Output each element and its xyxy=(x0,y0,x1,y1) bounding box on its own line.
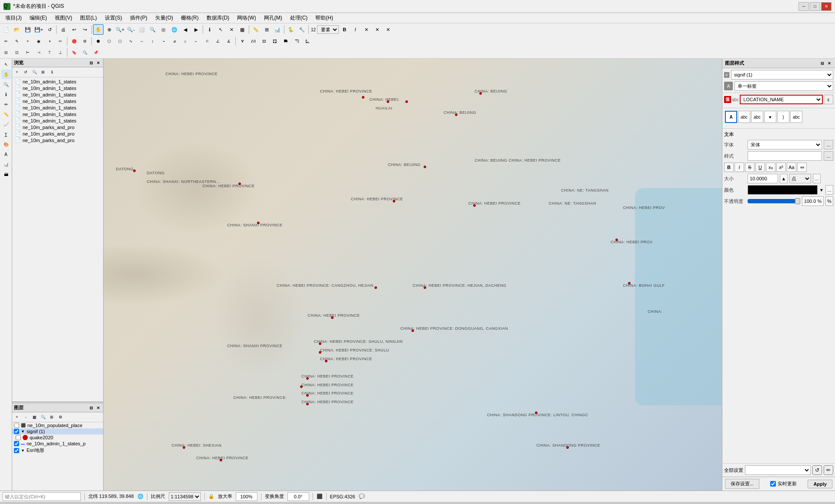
size-up-btn[interactable]: ▲ xyxy=(780,174,788,183)
digitize-btn-5[interactable]: ↔ xyxy=(137,36,147,46)
tab-background[interactable]: ♥ xyxy=(764,111,776,123)
size-unit-btn[interactable]: ... xyxy=(813,174,821,183)
label-tool[interactable]: A xyxy=(1,149,11,159)
python-button[interactable]: 🐍 xyxy=(286,24,296,35)
digitize-btn-2[interactable]: ⬠ xyxy=(104,36,114,46)
edit-btn-3[interactable]: + xyxy=(23,36,33,46)
font-x1[interactable]: ✕ xyxy=(361,24,371,35)
browser-item[interactable]: 📄 ne_10m_admin_1_states xyxy=(13,98,102,104)
adv-btn-1[interactable]: ⛛ xyxy=(237,36,247,46)
font-style-picker[interactable]: ... xyxy=(824,151,833,161)
adv-btn-7[interactable]: ⛡ xyxy=(302,36,313,46)
layers-group-btn[interactable]: ⊞ xyxy=(48,413,56,421)
edit-btn-2[interactable]: ✎ xyxy=(12,36,22,46)
layer-item-quake[interactable]: quake2020 xyxy=(12,434,103,441)
adv-btn-6[interactable]: ⛠ xyxy=(291,36,302,46)
print-button[interactable]: 🖨 xyxy=(58,24,68,35)
menu-item[interactable]: 栅格(R) xyxy=(177,13,202,23)
digitize-btn-8[interactable]: ⌀ xyxy=(169,36,180,46)
layers-add-btn[interactable]: + xyxy=(13,413,21,421)
extra-btn-4[interactable]: ⊣ xyxy=(33,47,44,58)
digitize-btn-11[interactable]: ⌑ xyxy=(202,36,212,46)
digitize-btn-4[interactable]: ∿ xyxy=(126,36,136,46)
deselect-button[interactable]: ✕ xyxy=(226,24,237,35)
active-layer-combo[interactable]: signif (1) xyxy=(731,70,833,80)
info-tool[interactable]: ℹ xyxy=(1,90,11,99)
browser-close-btn[interactable]: ✕ xyxy=(95,60,101,66)
browser-item[interactable]: 📄 ne_10m_admin_1_states xyxy=(13,117,102,124)
snap-btn[interactable]: 🔴 xyxy=(69,36,79,46)
tab-text[interactable]: A xyxy=(725,111,737,123)
full-settings-edit-btn[interactable]: ✏ xyxy=(824,465,833,475)
font-x3[interactable]: ✕ xyxy=(383,24,393,35)
select-button[interactable]: ↖ xyxy=(215,24,226,35)
layers-settings-btn[interactable]: ⚙ xyxy=(57,413,64,421)
full-settings-refresh-btn[interactable]: ↺ xyxy=(812,465,822,475)
realtime-checkbox[interactable] xyxy=(770,481,776,487)
apply-button[interactable]: Apply xyxy=(808,480,832,488)
style-panel-close[interactable]: ✕ xyxy=(826,60,832,66)
save-as-button[interactable]: 💾+ xyxy=(33,24,44,35)
menu-item[interactable]: 网络(W) xyxy=(234,13,259,23)
menu-item[interactable]: 处理(C) xyxy=(287,13,311,23)
zoom-in-button[interactable]: 🔍+ xyxy=(115,24,125,35)
edit-btn-4[interactable]: ◉ xyxy=(33,36,44,46)
browser-item[interactable]: 📄 ne_10m_admin_1_states xyxy=(13,104,102,111)
browser-item[interactable]: 📄 ne_10m_admin_1_states xyxy=(13,111,102,117)
digitize-btn-13[interactable]: ∡ xyxy=(224,36,234,46)
menu-item[interactable]: 视图(V) xyxy=(51,13,76,23)
browser-item[interactable]: 📄 ne_10m_parks_and_pro xyxy=(13,137,102,143)
browser-collapse-btn[interactable]: ⊟ xyxy=(88,60,94,66)
select-tool[interactable]: ↖ xyxy=(1,60,11,69)
tab-shadow[interactable]: ) xyxy=(777,111,789,123)
layer-checkbox-esri[interactable] xyxy=(14,448,19,453)
browser-item[interactable]: 📄 ne_10m_admin_1_states xyxy=(13,91,102,98)
font-picker-btn[interactable]: ... xyxy=(824,140,833,149)
digitize-btn-3[interactable]: ⬡ xyxy=(115,36,125,46)
extra-btn-5[interactable]: ⊤ xyxy=(44,47,55,58)
profile-tool[interactable]: 📈 xyxy=(1,119,11,129)
underline-btn[interactable]: U xyxy=(755,162,765,172)
opacity-unit-btn[interactable]: % xyxy=(825,196,833,206)
zoom-input[interactable] xyxy=(236,492,257,501)
font-italic[interactable]: I xyxy=(350,24,361,35)
redo-button[interactable]: ↪ xyxy=(80,24,90,35)
font-style-input[interactable] xyxy=(748,151,822,161)
layers-close-btn[interactable]: ✕ xyxy=(95,405,101,411)
opacity-value-input[interactable] xyxy=(802,196,824,206)
layer-item-populated[interactable]: ⬛ ne_10m_populated_place xyxy=(12,422,103,428)
browser-item[interactable]: 📄 ne_10m_admin_1_states xyxy=(13,85,102,91)
browser-item[interactable]: 📄 ne_10m_parks_and_pro xyxy=(13,130,102,137)
zoom-out-button[interactable]: 🔍- xyxy=(126,24,136,35)
map-canvas[interactable]: CHINA: HEBEI PROVINCE CHINA: HEBEI PROVI… xyxy=(104,59,722,491)
rotation-input[interactable] xyxy=(287,492,309,501)
location-search[interactable]: 🔍 xyxy=(80,47,90,58)
tile-button[interactable]: ⊞ xyxy=(261,24,272,35)
edit-btn-6[interactable]: ✂ xyxy=(55,36,66,46)
layer-item-esri[interactable]: ▼ Esri地形 xyxy=(12,447,103,454)
digitize-btn-6[interactable]: ↕ xyxy=(147,36,158,46)
field-calc[interactable]: ∑ xyxy=(1,129,11,139)
pan-tool[interactable]: ✋ xyxy=(1,70,11,79)
digitize-btn-1[interactable]: ⬟ xyxy=(93,36,104,46)
close-button[interactable]: ✕ xyxy=(821,2,832,11)
save-settings-btn[interactable]: 保存设置... xyxy=(725,479,759,489)
attribute-table[interactable]: ▦ xyxy=(237,24,247,35)
3d-view[interactable]: 🏔 xyxy=(1,169,11,179)
browser-item[interactable]: 📄 ne_10m_admin_1_states xyxy=(13,78,102,85)
tab-placement[interactable]: abc xyxy=(790,111,802,123)
extra-btn-3[interactable]: ⊢ xyxy=(23,47,33,58)
menu-item[interactable]: 数据库(D) xyxy=(203,13,233,23)
zoom-rubber-band[interactable]: ⬜ xyxy=(137,24,147,35)
subscript-btn[interactable]: x₂ xyxy=(766,162,775,172)
opacity-slider[interactable] xyxy=(748,199,800,203)
layers-open-attribute[interactable]: ▦ xyxy=(30,413,38,421)
browser-filter-btn[interactable]: 🔍 xyxy=(30,68,38,76)
layer-checkbox-populated[interactable] xyxy=(14,423,19,428)
menu-item[interactable]: 矢量(O) xyxy=(152,13,177,23)
layer-item-admin[interactable]: ▬ ne_10m_admin_1_states_p xyxy=(12,441,103,447)
digitize-btn-12[interactable]: ∠ xyxy=(213,36,223,46)
scale-combo[interactable]: 1:1134598 xyxy=(169,492,201,501)
measure-button[interactable]: 📏 xyxy=(250,24,261,35)
extra-btn-1[interactable]: ⊟ xyxy=(1,47,11,58)
